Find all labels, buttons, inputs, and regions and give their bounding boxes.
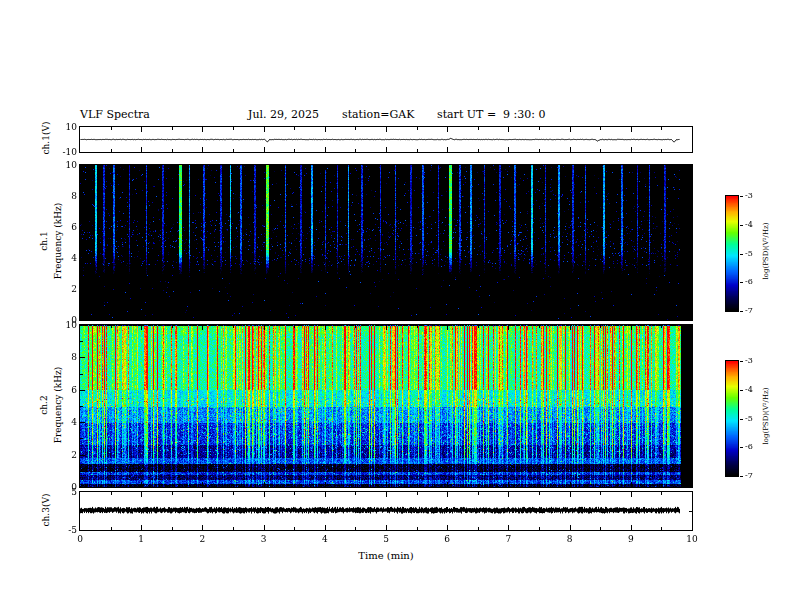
tick-mark	[264, 127, 265, 132]
tick-mark	[478, 527, 479, 530]
tick-mark	[294, 127, 295, 130]
y-tick-label: 5	[49, 487, 77, 497]
tick-mark	[508, 525, 509, 530]
tick-mark	[740, 311, 743, 312]
y-tick-label: -10	[49, 147, 77, 157]
tick-mark	[233, 527, 234, 530]
tick-mark	[689, 471, 692, 472]
tick-mark	[80, 289, 85, 290]
tick-mark	[661, 127, 662, 130]
tick-mark	[740, 225, 743, 226]
tick-mark	[202, 315, 203, 320]
tick-mark	[687, 357, 692, 358]
tick-mark	[80, 258, 85, 259]
tick-mark	[80, 274, 83, 275]
tick-mark	[631, 315, 632, 320]
tick-mark	[80, 390, 85, 391]
y-tick-label: 10	[49, 320, 77, 330]
tick-mark	[264, 482, 265, 487]
tick-mark	[264, 315, 265, 320]
x-axis-title: Time (min)	[346, 550, 426, 561]
tick-mark	[264, 492, 265, 497]
tick-mark	[141, 325, 142, 330]
tick-mark	[386, 525, 387, 530]
tick-mark	[294, 484, 295, 487]
tick-mark	[478, 127, 479, 130]
tick-mark	[294, 492, 295, 495]
tick-mark	[202, 147, 203, 152]
x-tick-label: 0	[67, 534, 93, 544]
tick-mark	[478, 165, 479, 168]
tick-mark	[264, 325, 265, 330]
tick-mark	[111, 317, 112, 320]
tick-mark	[689, 341, 692, 342]
tick-mark	[631, 147, 632, 152]
tick-mark	[386, 127, 387, 132]
tick-mark	[141, 147, 142, 152]
tick-mark	[80, 196, 85, 197]
colorbar-tick-label: -4	[745, 220, 753, 229]
tick-mark	[478, 149, 479, 152]
colorbar-ch2-label: log(PSD)(V²/Hz)	[762, 356, 770, 476]
tick-mark	[447, 315, 448, 320]
colorbar-ch2	[725, 360, 739, 477]
tick-mark	[80, 212, 83, 213]
tick-mark	[600, 149, 601, 152]
colorbar-ch1-label: log(PSD)(V²/Hz)	[762, 191, 770, 311]
tick-mark	[386, 325, 387, 330]
tick-mark	[508, 147, 509, 152]
tick-mark	[233, 492, 234, 495]
tick-mark	[80, 422, 85, 423]
tick-mark	[202, 482, 203, 487]
y-tick-label: 10	[49, 160, 77, 170]
tick-mark	[417, 527, 418, 530]
y-tick-label: 8	[49, 352, 77, 362]
tick-mark	[80, 305, 83, 306]
tick-mark	[111, 165, 112, 168]
tick-mark	[355, 492, 356, 495]
tick-mark	[687, 289, 692, 290]
tick-mark	[689, 274, 692, 275]
tick-mark	[508, 482, 509, 487]
tick-mark	[233, 484, 234, 487]
tick-mark	[141, 165, 142, 170]
tick-mark	[141, 315, 142, 320]
tick-mark	[447, 127, 448, 132]
tick-mark	[447, 325, 448, 330]
tick-mark	[661, 527, 662, 530]
tick-mark	[539, 127, 540, 130]
colorbar-tick-label: -5	[745, 249, 753, 258]
tick-mark	[417, 325, 418, 328]
colorbar-ch1-gradient	[726, 196, 738, 311]
colorbar-tick-label: -6	[745, 442, 753, 451]
tick-mark	[80, 227, 85, 228]
tick-mark	[539, 165, 540, 168]
tick-mark	[233, 165, 234, 168]
tick-mark	[689, 374, 692, 375]
tick-mark	[233, 127, 234, 130]
tick-mark	[740, 361, 743, 362]
ch2-row-label: ch.2	[39, 375, 49, 435]
tick-mark	[80, 357, 85, 358]
tick-mark	[111, 484, 112, 487]
tick-mark	[202, 127, 203, 132]
tick-mark	[631, 492, 632, 497]
tick-mark	[687, 455, 692, 456]
tick-mark	[661, 484, 662, 487]
tick-mark	[325, 165, 326, 170]
tick-mark	[355, 317, 356, 320]
tick-mark	[478, 484, 479, 487]
tick-mark	[687, 196, 692, 197]
tick-mark	[355, 484, 356, 487]
panel-ch2-spectrogram	[79, 324, 693, 488]
tick-mark	[570, 482, 571, 487]
tick-mark	[661, 149, 662, 152]
tick-mark	[600, 527, 601, 530]
tick-mark	[478, 317, 479, 320]
tick-mark	[570, 127, 571, 132]
x-tick-label: 8	[557, 534, 583, 544]
tick-mark	[294, 325, 295, 328]
tick-mark	[294, 165, 295, 168]
tick-mark	[740, 196, 743, 197]
date-label: Jul. 29, 2025	[248, 108, 319, 121]
